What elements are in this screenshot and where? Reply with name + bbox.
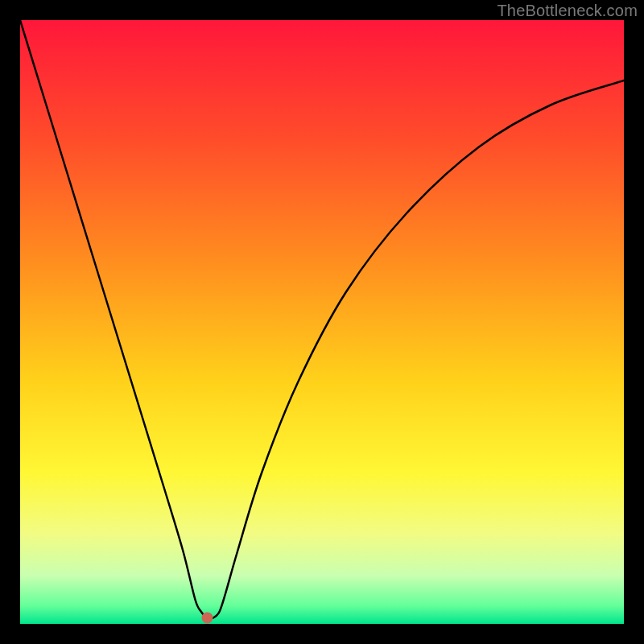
chart-plot-area <box>20 20 624 624</box>
chart-background <box>20 20 624 624</box>
optimal-point-marker <box>202 613 213 624</box>
chart-svg <box>20 20 624 624</box>
watermark-label: TheBottleneck.com <box>497 2 638 20</box>
